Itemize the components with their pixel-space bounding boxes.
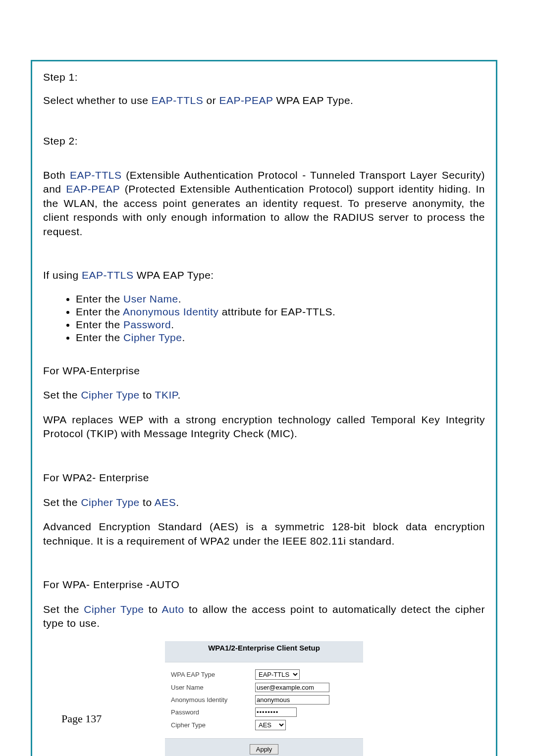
- page-number: Page 137: [61, 712, 102, 725]
- link-tkip: TKIP: [155, 389, 178, 401]
- wpa1-body: WPA replaces WEP with a strong encryptio…: [43, 413, 485, 441]
- wpa-form-panel: WPA1/2-Enterprise Client Setup WPA EAP T…: [165, 641, 363, 756]
- apply-button[interactable]: Apply: [250, 744, 279, 755]
- label-password: Password: [171, 708, 255, 716]
- input-anon-identity[interactable]: [255, 695, 329, 705]
- row-anon-identity: Anonymous Identity: [171, 695, 359, 705]
- ttls-intro: If using EAP-TTLS WPA EAP Type:: [43, 268, 485, 283]
- link-eap-peap: EAP-PEAP: [66, 183, 120, 195]
- form-body: WPA EAP Type EAP-TTLS User Name Anonymou…: [165, 662, 363, 738]
- t: Enter the: [76, 319, 123, 330]
- list-item: Enter the Cipher Type.: [76, 332, 485, 344]
- link-cipher-type: Cipher Type: [81, 497, 139, 508]
- link-cipher-type: Cipher Type: [81, 389, 139, 401]
- t: or: [203, 95, 219, 106]
- instruction-box: Step 1: Select whether to use EAP-TTLS o…: [31, 60, 497, 756]
- label-user-name: User Name: [171, 684, 255, 691]
- label-anon-identity: Anonymous Identity: [171, 696, 255, 704]
- t: Both: [43, 169, 70, 181]
- wpa2-head: For WPA2- Enterprise: [43, 471, 485, 485]
- step1-text: Select whether to use EAP-TTLS or EAP-PE…: [43, 94, 485, 108]
- label-cipher-type: Cipher Type: [171, 721, 255, 729]
- link-auto: Auto: [161, 604, 184, 615]
- wpa2-body: Advanced Encryption Standard (AES) is a …: [43, 520, 485, 548]
- select-cipher-type[interactable]: AES: [255, 720, 286, 730]
- step2-text: Both EAP-TTLS (Extensible Authentication…: [43, 168, 485, 239]
- t: Enter the: [76, 306, 123, 317]
- t: .: [178, 293, 181, 304]
- step2-title: Step 2:: [43, 135, 485, 147]
- link-cipher-type: Cipher Type: [123, 332, 182, 343]
- t: .: [176, 497, 179, 508]
- wpa1-set: Set the Cipher Type to TKIP.: [43, 388, 485, 403]
- row-eap-type: WPA EAP Type EAP-TTLS: [171, 669, 359, 680]
- link-cipher-type: Cipher Type: [84, 604, 144, 615]
- wpaauto-set: Set the Cipher Type to Auto to allow the…: [43, 603, 485, 631]
- t: Set the: [43, 497, 81, 508]
- t: Enter the: [76, 332, 123, 343]
- link-aes: AES: [155, 497, 176, 508]
- link-eap-peap: EAP-PEAP: [219, 95, 273, 106]
- input-user-name[interactable]: [255, 683, 329, 692]
- t: to: [140, 389, 155, 401]
- label-eap-type: WPA EAP Type: [171, 671, 255, 678]
- t: If using: [43, 269, 82, 281]
- form-footer: Apply: [165, 738, 363, 756]
- t: WPA EAP Type.: [273, 95, 353, 106]
- wpa1-head: For WPA-Enterprise: [43, 364, 485, 378]
- step1-title: Step 1:: [43, 71, 485, 83]
- link-anon-identity: Anonymous Identity: [123, 306, 218, 317]
- row-cipher-type: Cipher Type AES: [171, 720, 359, 730]
- t: to: [140, 497, 155, 508]
- t: .: [178, 389, 181, 401]
- list-item: Enter the User Name.: [76, 293, 485, 305]
- t: .: [182, 332, 185, 343]
- wpaauto-head: For WPA- Enterprise -AUTO: [43, 578, 485, 592]
- link-eap-ttls: EAP-TTLS: [70, 169, 121, 181]
- link-user-name: User Name: [123, 293, 178, 304]
- t: Enter the: [76, 293, 123, 304]
- t: Set the: [43, 389, 81, 401]
- t: Set the: [43, 604, 84, 615]
- link-eap-ttls: EAP-TTLS: [82, 269, 133, 281]
- ttls-bullet-list: Enter the User Name. Enter the Anonymous…: [43, 293, 485, 344]
- t: to: [144, 604, 162, 615]
- t: Select whether to use: [43, 95, 152, 106]
- t: attribute for EAP-TTLS.: [218, 306, 335, 317]
- t: WPA EAP Type:: [133, 269, 214, 281]
- list-item: Enter the Password.: [76, 319, 485, 331]
- t: .: [171, 319, 174, 330]
- select-eap-type[interactable]: EAP-TTLS: [255, 669, 300, 680]
- link-eap-ttls: EAP-TTLS: [152, 95, 203, 106]
- wpa2-set: Set the Cipher Type to AES.: [43, 496, 485, 510]
- row-password: Password: [171, 707, 359, 717]
- row-user-name: User Name: [171, 683, 359, 692]
- form-title: WPA1/2-Enterprise Client Setup: [165, 641, 363, 662]
- input-password[interactable]: [255, 707, 297, 717]
- link-password: Password: [123, 319, 171, 330]
- list-item: Enter the Anonymous Identity attribute f…: [76, 306, 485, 318]
